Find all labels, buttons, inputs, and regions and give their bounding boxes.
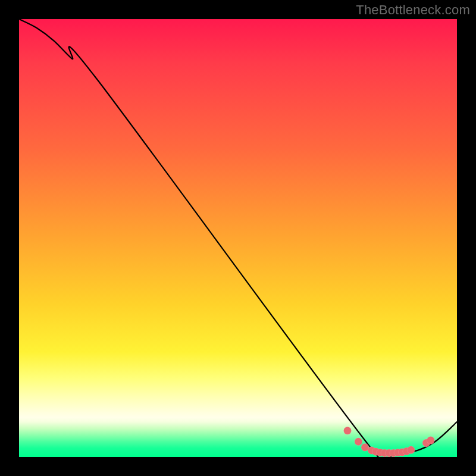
optimal-dot: [344, 427, 352, 434]
watermark-text: TheBottleneck.com: [356, 2, 470, 18]
chart-frame: TheBottleneck.com: [0, 0, 476, 476]
bottleneck-curve-path: [19, 19, 457, 457]
optimal-dot: [355, 438, 362, 446]
plot-area: [19, 19, 457, 457]
optimal-dot: [407, 446, 415, 454]
bottleneck-curve-svg: [19, 19, 457, 457]
optimal-dot: [427, 437, 434, 444]
